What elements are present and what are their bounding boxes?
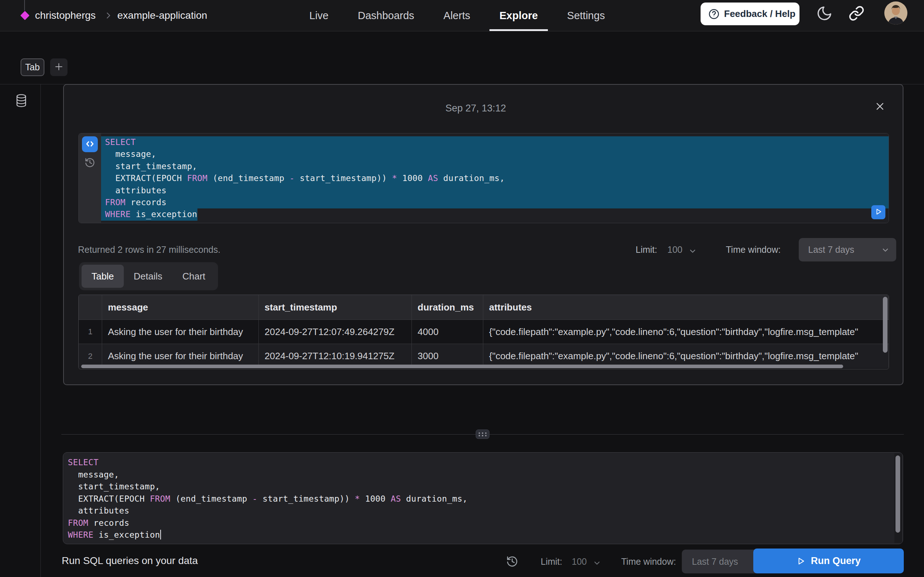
- history-icon-button[interactable]: [84, 157, 95, 168]
- table-cell: 4000: [412, 320, 483, 344]
- code-line: attributes: [101, 185, 888, 197]
- column-header: start_timestamp: [258, 295, 412, 319]
- feedback-help-label: Feedback / Help: [724, 8, 795, 19]
- table-cell: Asking the user for their birthday: [102, 320, 258, 344]
- breadcrumb-org[interactable]: christophergs: [35, 0, 96, 31]
- code-line: SELECT: [63, 456, 893, 469]
- code-line: message,: [101, 148, 888, 160]
- executed-query-code[interactable]: SELECT message, start_timestamp, EXTRACT…: [101, 134, 888, 223]
- column-header: duration_ms: [412, 295, 483, 319]
- table-cell: 2024-09-27T12:07:49.264279Z: [258, 320, 412, 344]
- view-tab-table[interactable]: Table: [82, 265, 124, 288]
- code-line: SELECT: [101, 136, 888, 148]
- code-line: EXTRACT(EPOCH FROM (end_timestamp - star…: [63, 493, 893, 505]
- query-session-card: Sep 27, 13:12 SELECT message, start_time…: [63, 84, 903, 385]
- close-icon: [875, 102, 885, 111]
- rerun-query-button[interactable]: [871, 205, 885, 219]
- plus-icon: [54, 62, 63, 71]
- add-tab-button[interactable]: [50, 58, 68, 76]
- code-icon: [84, 138, 96, 150]
- left-sidebar: [0, 84, 41, 577]
- chevron-down-icon: [688, 247, 697, 255]
- column-header: message: [102, 295, 258, 319]
- nav-item-alerts[interactable]: Alerts: [433, 0, 480, 31]
- executed-query-block: SELECT message, start_timestamp, EXTRACT…: [78, 133, 889, 223]
- navbar: christophergs example-application LiveDa…: [0, 0, 924, 31]
- share-link-button[interactable]: [848, 5, 865, 22]
- limit-label: Limit:: [541, 556, 562, 567]
- logo-stem: [24, 0, 25, 11]
- result-table: messagestart_timestampduration_msattribu…: [78, 295, 889, 369]
- time-window-label: Time window:: [621, 556, 676, 567]
- time-window-select[interactable]: Last 7 days: [799, 238, 896, 261]
- table-header-row: messagestart_timestampduration_msattribu…: [79, 295, 888, 320]
- feedback-help-button[interactable]: Feedback / Help: [701, 3, 800, 25]
- column-header: [79, 295, 102, 319]
- query-timestamp: Sep 27, 13:12: [56, 103, 895, 114]
- code-line: start_timestamp,: [101, 161, 888, 172]
- editor-scrollbar-thumb[interactable]: [895, 456, 900, 533]
- play-icon: [874, 208, 882, 216]
- table-body: 1Asking the user for their birthday2024-…: [79, 320, 888, 368]
- time-window-value: Last 7 days: [692, 556, 738, 567]
- database-icon: [16, 94, 27, 108]
- tab-button[interactable]: Tab: [21, 58, 44, 76]
- code-line: FROM records: [101, 197, 888, 208]
- time-window-label: Time window:: [726, 245, 781, 255]
- code-line: message,: [63, 469, 893, 481]
- column-header: attributes: [483, 295, 888, 319]
- database-schema-button[interactable]: [15, 94, 27, 108]
- table-row[interactable]: 1Asking the user for their birthday2024-…: [79, 320, 888, 344]
- help-circle-icon: [708, 8, 720, 20]
- text-cursor: [160, 530, 161, 540]
- breadcrumb-chevron-icon: [104, 11, 113, 20]
- moon-icon: [816, 5, 833, 22]
- chevron-down-icon: [593, 559, 601, 567]
- nav-item-live[interactable]: Live: [299, 0, 339, 31]
- time-window-value: Last 7 days: [808, 245, 855, 255]
- code-line: FROM records: [63, 517, 893, 529]
- close-card-button[interactable]: [874, 102, 885, 112]
- limit-value-dropdown[interactable]: 100: [667, 245, 683, 255]
- main-nav: LiveDashboardsAlertsExploreSettings: [299, 0, 615, 31]
- code-toggle-button[interactable]: [82, 136, 98, 152]
- limit-value-dropdown[interactable]: 100: [572, 556, 587, 567]
- history-icon: [84, 157, 95, 168]
- limit-label: Limit:: [636, 245, 657, 255]
- code-line: WHERE is_exception: [63, 529, 893, 541]
- history-icon: [506, 555, 518, 567]
- sql-editor: SELECT message, start_timestamp, EXTRACT…: [63, 452, 903, 544]
- query-history-button[interactable]: [506, 555, 518, 567]
- avatar[interactable]: [884, 2, 908, 24]
- link-icon: [848, 5, 864, 21]
- nav-item-explore[interactable]: Explore: [489, 0, 548, 31]
- theme-toggle-button[interactable]: [816, 5, 833, 23]
- grip-dots-icon: [478, 432, 486, 436]
- code-line: EXTRACT(EPOCH FROM (end_timestamp - star…: [101, 172, 888, 184]
- code-line: WHERE is_exception: [101, 208, 888, 220]
- code-line: start_timestamp,: [63, 481, 893, 493]
- view-tab-chart[interactable]: Chart: [172, 265, 215, 288]
- run-query-button[interactable]: Run Query: [753, 548, 904, 574]
- table-cell: {"code.filepath":"example.py","code.line…: [483, 320, 888, 344]
- sql-editor-code[interactable]: SELECT message, start_timestamp, EXTRACT…: [63, 453, 893, 544]
- row-number: 1: [79, 320, 102, 344]
- breadcrumb-project[interactable]: example-application: [117, 0, 207, 31]
- result-summary: Returned 2 rows in 27 milliseconds.: [78, 245, 221, 255]
- nav-item-dashboards[interactable]: Dashboards: [347, 0, 424, 31]
- table-vertical-scrollbar[interactable]: [883, 297, 888, 353]
- split-drag-handle[interactable]: [476, 429, 489, 439]
- run-query-label: Run Query: [811, 555, 861, 567]
- play-icon: [796, 556, 806, 566]
- chevron-down-icon: [881, 246, 890, 254]
- query-block-gutter: [79, 134, 101, 223]
- logfire-diamond-icon[interactable]: [20, 10, 30, 21]
- view-tab-details[interactable]: Details: [124, 265, 172, 288]
- result-view-tabs: TableDetailsChart: [79, 262, 218, 290]
- table-horizontal-scrollbar[interactable]: [81, 364, 843, 368]
- bottom-bar-title: Run SQL queries on your data: [62, 555, 198, 567]
- nav-item-settings[interactable]: Settings: [557, 0, 615, 31]
- code-line: attributes: [63, 505, 893, 517]
